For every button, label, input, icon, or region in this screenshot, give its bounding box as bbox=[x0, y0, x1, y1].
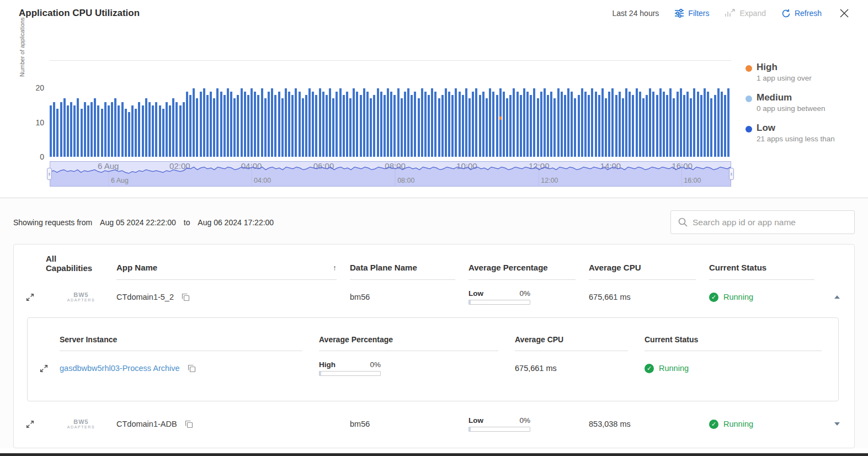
percentage-progress-bar bbox=[468, 427, 530, 432]
column-app-name-label: App Name bbox=[116, 263, 157, 272]
subtable-row: gasdbwbw5rhl03-Process Archive High 0% bbox=[28, 351, 838, 385]
time-range-brush[interactable]: 6 Aug04:0008:0012:0016:00 ‖ ‖ bbox=[50, 161, 731, 187]
column-average-percentage[interactable]: Average Percentage bbox=[468, 245, 576, 280]
subrow-expand-button[interactable] bbox=[28, 364, 60, 373]
applications-table: All Capabilities App Name ↑ Data Plane N… bbox=[13, 244, 855, 448]
capability-type: ADAPTERS bbox=[46, 425, 116, 430]
y-axis: Number of applications 01020 bbox=[0, 24, 50, 157]
percentage-value: 0% bbox=[519, 416, 530, 425]
expand-chart-icon bbox=[725, 9, 736, 18]
legend-desc: 21 apps using less than bbox=[757, 135, 868, 143]
percentage-value: 0% bbox=[370, 360, 381, 369]
subtable-header-row: Server Instance Average Percentage Avera… bbox=[28, 320, 838, 351]
column-all-capabilities[interactable]: All Capabilities bbox=[46, 245, 103, 280]
column-data-plane-name[interactable]: Data Plane Name bbox=[350, 245, 455, 280]
sort-ascending-icon[interactable]: ↑ bbox=[333, 263, 337, 272]
row-expand-button[interactable] bbox=[14, 293, 46, 302]
summary-prefix: Showing requests from bbox=[13, 218, 92, 227]
copy-icon[interactable] bbox=[182, 293, 190, 301]
refresh-icon bbox=[781, 9, 791, 18]
filters-icon bbox=[674, 9, 684, 18]
column-app-name[interactable]: App Name ↑ bbox=[116, 245, 337, 280]
app-name: CTdomain1-5_2 bbox=[116, 293, 174, 301]
summary-to-date: Aug 06 2024 17:22:00 bbox=[198, 218, 274, 227]
page-title: Application CPU Utilization bbox=[19, 8, 140, 19]
requests-section: Showing requests from Aug 05 2024 22:22:… bbox=[0, 198, 868, 448]
status-running-icon: ✓ bbox=[709, 293, 718, 302]
table-row: BW5 ADAPTERS CTdomain1-ADB bm56 Low 0% bbox=[14, 407, 854, 441]
status-cell: ✓ Running bbox=[709, 293, 828, 302]
search-box[interactable] bbox=[670, 210, 855, 234]
average-cpu-value: 675,661 ms bbox=[515, 364, 645, 373]
copy-icon[interactable] bbox=[185, 420, 193, 428]
search-icon bbox=[678, 217, 688, 227]
brush-selection[interactable]: 6 Aug04:0008:0012:0016:00 bbox=[50, 161, 731, 187]
summary-from-date: Aug 05 2024 22:22:00 bbox=[100, 218, 176, 227]
y-axis-title: Number of applications bbox=[19, 18, 25, 77]
capability-type: ADAPTERS bbox=[46, 298, 116, 303]
capability-logo: BW5 ADAPTERS bbox=[46, 418, 116, 430]
server-instances-panel: Server Instance Average Percentage Avera… bbox=[27, 317, 839, 401]
header-controls: Last 24 hours Filters Expand bbox=[613, 8, 849, 18]
status-text: Running bbox=[659, 364, 689, 373]
percentage-level-label: Low bbox=[468, 289, 483, 298]
column-sub-current-status[interactable]: Current Status bbox=[645, 320, 822, 351]
showing-requests-text: Showing requests from Aug 05 2024 22:22:… bbox=[13, 218, 279, 227]
close-button[interactable] bbox=[839, 8, 849, 18]
legend-name: High bbox=[757, 62, 868, 73]
status-cell: ✓ Running bbox=[709, 420, 828, 429]
average-cpu-value: 675,661 ms bbox=[589, 293, 709, 301]
status-text: Running bbox=[723, 420, 753, 428]
summary-to-word: to bbox=[184, 218, 190, 227]
app-name: CTdomain1-ADB bbox=[116, 420, 177, 428]
server-instance-link[interactable]: gasdbwbw5rhl03-Process Archive bbox=[60, 364, 180, 373]
time-range-label: Last 24 hours bbox=[613, 9, 659, 18]
status-running-icon: ✓ bbox=[709, 420, 718, 429]
legend-dot bbox=[745, 96, 752, 102]
average-cpu-value: 853,038 ms bbox=[589, 420, 709, 428]
refresh-button[interactable]: Refresh bbox=[781, 9, 822, 18]
expand-label: Expand bbox=[739, 9, 765, 18]
percentage-level-label: Low bbox=[468, 416, 483, 425]
filters-button[interactable]: Filters bbox=[674, 9, 709, 18]
percentage-progress-bar bbox=[468, 300, 530, 305]
column-average-cpu[interactable]: Average CPU bbox=[589, 245, 696, 280]
percentage-level-label: High bbox=[319, 360, 336, 369]
legend-desc: 1 app using over bbox=[757, 74, 868, 82]
legend-dot bbox=[745, 65, 752, 72]
legend-name: Medium bbox=[757, 92, 868, 103]
status-cell: ✓ Running bbox=[645, 364, 838, 373]
legend-dot bbox=[745, 126, 752, 132]
bottom-edge bbox=[0, 453, 868, 456]
brush-handle-right[interactable]: ‖ bbox=[729, 168, 734, 180]
navigator-labels: 6 Aug04:0008:0012:0016:00 bbox=[50, 177, 731, 184]
expand-row-button[interactable] bbox=[828, 422, 854, 426]
expand-button[interactable]: Expand bbox=[725, 9, 765, 18]
y-ticks: 01020 bbox=[28, 60, 44, 157]
refresh-label: Refresh bbox=[795, 9, 822, 18]
filters-label: Filters bbox=[688, 9, 709, 18]
table-row: BW5 ADAPTERS CTdomain1-5_2 bm56 Low 0% bbox=[14, 280, 854, 314]
chart-legend: High 1 app using over Medium 0 app using… bbox=[731, 24, 868, 157]
legend-item-medium: Medium 0 app using between bbox=[745, 92, 868, 113]
percentage-progress-bar bbox=[319, 371, 381, 376]
search-input[interactable] bbox=[693, 218, 848, 227]
brush-handle-left[interactable]: ‖ bbox=[47, 168, 52, 180]
column-sub-average-cpu[interactable]: Average CPU bbox=[515, 320, 628, 351]
bars-area bbox=[50, 61, 731, 157]
chart-section: Number of applications 01020 6 Aug02:000… bbox=[0, 24, 868, 157]
average-percentage-cell: Low 0% bbox=[468, 289, 530, 305]
legend-item-high: High 1 app using over bbox=[745, 62, 868, 82]
legend-desc: 0 app using between bbox=[757, 104, 868, 113]
panel-header: Application CPU Utilization Last 24 hour… bbox=[0, 0, 868, 22]
collapse-row-button[interactable] bbox=[828, 295, 854, 299]
column-sub-average-percentage[interactable]: Average Percentage bbox=[319, 320, 498, 351]
row-expand-button[interactable] bbox=[14, 420, 46, 429]
data-plane-name: bm56 bbox=[350, 293, 468, 301]
average-percentage-cell: High 0% bbox=[319, 360, 381, 376]
column-current-status[interactable]: Current Status bbox=[709, 245, 814, 280]
copy-icon[interactable] bbox=[188, 364, 196, 373]
capability-name: BW5 bbox=[46, 418, 116, 425]
column-server-instance[interactable]: Server Instance bbox=[60, 320, 302, 351]
data-plane-name: bm56 bbox=[350, 420, 468, 428]
